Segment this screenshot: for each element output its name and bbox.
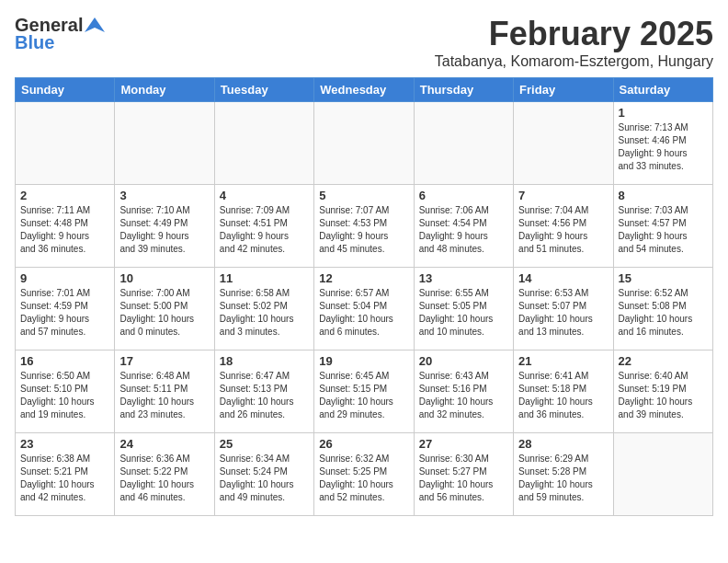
day-info: Sunrise: 6:45 AM Sunset: 5:15 PM Dayligh…	[319, 370, 408, 421]
calendar-cell: 14Sunrise: 6:53 AM Sunset: 5:07 PM Dayli…	[514, 268, 613, 350]
weekday-header-monday: Monday	[115, 78, 214, 102]
day-info: Sunrise: 6:43 AM Sunset: 5:16 PM Dayligh…	[419, 370, 508, 421]
weekday-header-tuesday: Tuesday	[214, 78, 313, 102]
weekday-header-saturday: Saturday	[613, 78, 712, 102]
calendar-cell	[613, 433, 712, 516]
calendar-cell: 12Sunrise: 6:57 AM Sunset: 5:04 PM Dayli…	[314, 268, 414, 350]
day-number: 15	[619, 271, 708, 285]
day-number: 19	[319, 354, 408, 368]
day-number: 24	[119, 437, 209, 451]
calendar-cell	[16, 102, 115, 185]
calendar-cell: 22Sunrise: 6:40 AM Sunset: 5:19 PM Dayli…	[613, 350, 712, 433]
calendar-cell: 11Sunrise: 6:58 AM Sunset: 5:02 PM Dayli…	[214, 268, 313, 350]
weekday-header-friday: Friday	[514, 78, 613, 102]
calendar-week-2: 2Sunrise: 7:11 AM Sunset: 4:48 PM Daylig…	[16, 185, 713, 268]
calendar-cell: 9Sunrise: 7:01 AM Sunset: 4:59 PM Daylig…	[16, 268, 115, 350]
calendar-cell: 17Sunrise: 6:48 AM Sunset: 5:11 PM Dayli…	[115, 350, 214, 433]
weekday-header-thursday: Thursday	[414, 78, 513, 102]
day-info: Sunrise: 7:07 AM Sunset: 4:53 PM Dayligh…	[319, 204, 408, 256]
calendar-cell: 5Sunrise: 7:07 AM Sunset: 4:53 PM Daylig…	[314, 185, 414, 268]
calendar-cell: 1Sunrise: 7:13 AM Sunset: 4:46 PM Daylig…	[613, 102, 712, 185]
day-info: Sunrise: 7:06 AM Sunset: 4:54 PM Dayligh…	[419, 204, 508, 256]
day-info: Sunrise: 6:52 AM Sunset: 5:08 PM Dayligh…	[619, 287, 708, 339]
calendar-cell: 23Sunrise: 6:38 AM Sunset: 5:21 PM Dayli…	[16, 433, 115, 516]
calendar-cell: 15Sunrise: 6:52 AM Sunset: 5:08 PM Dayli…	[613, 268, 712, 350]
calendar-cell: 18Sunrise: 6:47 AM Sunset: 5:13 PM Dayli…	[214, 350, 313, 433]
day-info: Sunrise: 6:29 AM Sunset: 5:28 PM Dayligh…	[518, 453, 608, 504]
day-number: 26	[319, 437, 408, 451]
calendar-week-5: 23Sunrise: 6:38 AM Sunset: 5:21 PM Dayli…	[16, 433, 713, 516]
day-number: 16	[20, 354, 109, 368]
month-title: February 2025	[435, 15, 713, 53]
calendar-cell: 6Sunrise: 7:06 AM Sunset: 4:54 PM Daylig…	[414, 185, 513, 268]
day-info: Sunrise: 6:53 AM Sunset: 5:07 PM Dayligh…	[518, 287, 608, 339]
day-number: 28	[518, 437, 608, 451]
calendar-cell: 21Sunrise: 6:41 AM Sunset: 5:18 PM Dayli…	[514, 350, 613, 433]
day-number: 8	[619, 189, 708, 202]
weekday-header-sunday: Sunday	[16, 78, 115, 102]
day-info: Sunrise: 7:00 AM Sunset: 5:00 PM Dayligh…	[119, 287, 209, 339]
day-info: Sunrise: 6:55 AM Sunset: 5:05 PM Dayligh…	[419, 287, 508, 339]
day-number: 2	[20, 189, 109, 202]
page-header: General Blue February 2025 Tatabanya, Ko…	[15, 15, 713, 70]
calendar-cell: 25Sunrise: 6:34 AM Sunset: 5:24 PM Dayli…	[214, 433, 313, 516]
calendar-cell: 7Sunrise: 7:04 AM Sunset: 4:56 PM Daylig…	[514, 185, 613, 268]
calendar-cell: 19Sunrise: 6:45 AM Sunset: 5:15 PM Dayli…	[314, 350, 414, 433]
day-number: 20	[419, 354, 508, 368]
day-number: 14	[518, 271, 608, 285]
calendar-week-3: 9Sunrise: 7:01 AM Sunset: 4:59 PM Daylig…	[16, 268, 713, 350]
logo: General Blue	[15, 15, 105, 53]
day-info: Sunrise: 6:57 AM Sunset: 5:04 PM Dayligh…	[319, 287, 408, 339]
day-info: Sunrise: 6:36 AM Sunset: 5:22 PM Dayligh…	[119, 453, 209, 504]
location-subtitle: Tatabanya, Komarom-Esztergom, Hungary	[435, 53, 713, 70]
day-number: 13	[419, 271, 508, 285]
weekday-header-row: SundayMondayTuesdayWednesdayThursdayFrid…	[16, 78, 713, 102]
day-number: 17	[119, 354, 209, 368]
calendar-cell	[214, 102, 313, 185]
day-number: 12	[319, 271, 408, 285]
day-info: Sunrise: 7:03 AM Sunset: 4:57 PM Dayligh…	[619, 204, 708, 256]
day-info: Sunrise: 7:13 AM Sunset: 4:46 PM Dayligh…	[619, 121, 708, 173]
day-info: Sunrise: 6:38 AM Sunset: 5:21 PM Dayligh…	[20, 453, 109, 504]
calendar-cell: 13Sunrise: 6:55 AM Sunset: 5:05 PM Dayli…	[414, 268, 513, 350]
day-number: 6	[419, 189, 508, 202]
day-number: 27	[419, 437, 508, 451]
calendar-table: SundayMondayTuesdayWednesdayThursdayFrid…	[15, 77, 713, 516]
day-number: 22	[619, 354, 708, 368]
day-number: 18	[220, 354, 309, 368]
svg-marker-0	[85, 17, 105, 32]
day-number: 23	[20, 437, 109, 451]
day-info: Sunrise: 6:50 AM Sunset: 5:10 PM Dayligh…	[20, 370, 109, 421]
day-info: Sunrise: 6:48 AM Sunset: 5:11 PM Dayligh…	[119, 370, 209, 421]
calendar-cell: 24Sunrise: 6:36 AM Sunset: 5:22 PM Dayli…	[115, 433, 214, 516]
day-info: Sunrise: 6:58 AM Sunset: 5:02 PM Dayligh…	[220, 287, 309, 339]
day-number: 4	[220, 189, 309, 202]
calendar-week-1: 1Sunrise: 7:13 AM Sunset: 4:46 PM Daylig…	[16, 102, 713, 185]
calendar-week-4: 16Sunrise: 6:50 AM Sunset: 5:10 PM Dayli…	[16, 350, 713, 433]
day-info: Sunrise: 6:41 AM Sunset: 5:18 PM Dayligh…	[518, 370, 608, 421]
title-block: February 2025 Tatabanya, Komarom-Eszterg…	[435, 15, 713, 70]
calendar-cell	[314, 102, 414, 185]
calendar-cell: 28Sunrise: 6:29 AM Sunset: 5:28 PM Dayli…	[514, 433, 613, 516]
calendar-cell: 20Sunrise: 6:43 AM Sunset: 5:16 PM Dayli…	[414, 350, 513, 433]
calendar-cell: 3Sunrise: 7:10 AM Sunset: 4:49 PM Daylig…	[115, 185, 214, 268]
day-number: 10	[119, 271, 209, 285]
day-number: 3	[119, 189, 209, 202]
day-info: Sunrise: 7:01 AM Sunset: 4:59 PM Dayligh…	[20, 287, 109, 339]
logo-bird-icon	[85, 16, 105, 36]
calendar-cell: 27Sunrise: 6:30 AM Sunset: 5:27 PM Dayli…	[414, 433, 513, 516]
calendar-cell	[414, 102, 513, 185]
calendar-cell	[115, 102, 214, 185]
calendar-cell: 16Sunrise: 6:50 AM Sunset: 5:10 PM Dayli…	[16, 350, 115, 433]
calendar-cell: 10Sunrise: 7:00 AM Sunset: 5:00 PM Dayli…	[115, 268, 214, 350]
day-info: Sunrise: 6:40 AM Sunset: 5:19 PM Dayligh…	[619, 370, 708, 421]
day-info: Sunrise: 6:47 AM Sunset: 5:13 PM Dayligh…	[220, 370, 309, 421]
day-info: Sunrise: 6:30 AM Sunset: 5:27 PM Dayligh…	[419, 453, 508, 504]
day-number: 21	[518, 354, 608, 368]
calendar-cell: 8Sunrise: 7:03 AM Sunset: 4:57 PM Daylig…	[613, 185, 712, 268]
logo-blue-text: Blue	[15, 32, 54, 53]
day-number: 7	[518, 189, 608, 202]
day-info: Sunrise: 7:09 AM Sunset: 4:51 PM Dayligh…	[220, 204, 309, 256]
day-info: Sunrise: 6:34 AM Sunset: 5:24 PM Dayligh…	[220, 453, 309, 504]
day-info: Sunrise: 6:32 AM Sunset: 5:25 PM Dayligh…	[319, 453, 408, 504]
